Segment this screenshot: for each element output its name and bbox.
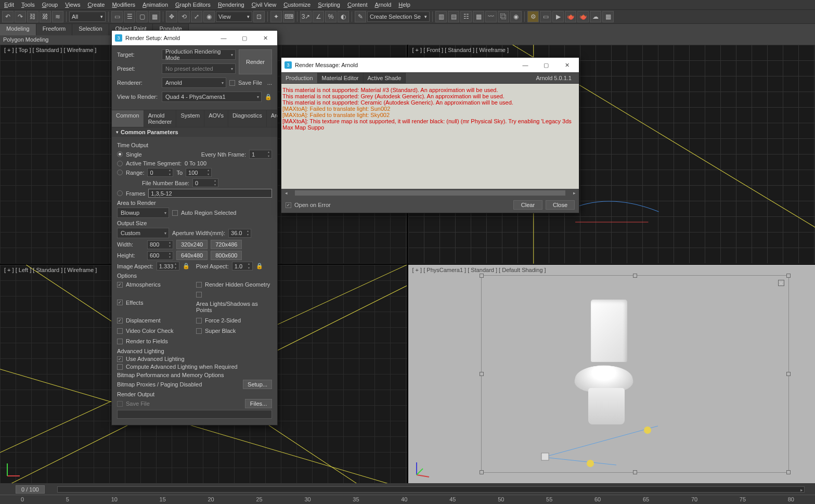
schematic-view-icon[interactable]: ⿻: [498, 11, 509, 22]
out-preset-combo[interactable]: Custom▾: [117, 228, 169, 238]
viewport-label[interactable]: [ + ] [ Left ] [ Standard ] [ Wireframe …: [4, 267, 97, 273]
rhg-check[interactable]: [196, 282, 202, 288]
preset-640x480-button[interactable]: 640x480: [176, 251, 208, 260]
frames-input[interactable]: 1,3,5-12: [148, 189, 272, 198]
maximize-icon[interactable]: ▢: [236, 33, 253, 43]
common-params-header[interactable]: Common Parameters: [112, 127, 277, 137]
render-setup-icon[interactable]: ⚙: [527, 11, 539, 22]
scroll-right-icon[interactable]: ▸: [571, 190, 578, 196]
rs-tab-diagnostics[interactable]: Diagnostics: [228, 110, 267, 127]
setup-button[interactable]: Setup...: [243, 380, 272, 389]
scroll-left-icon[interactable]: ◂: [282, 190, 290, 196]
width-input[interactable]: 800▴▾: [147, 240, 173, 249]
ual-check[interactable]: [117, 356, 123, 362]
teapot2-icon[interactable]: 🫖: [577, 11, 589, 22]
render-prod-icon[interactable]: ▶: [552, 11, 564, 22]
close-icon[interactable]: ✕: [558, 60, 576, 70]
rs-tab-archive[interactable]: Archive: [267, 110, 277, 127]
menu-rendering[interactable]: Rendering: [218, 2, 244, 8]
files-button[interactable]: Files...: [245, 399, 272, 408]
mirror-icon[interactable]: ▥: [435, 11, 447, 22]
target-combo[interactable]: Production Rendering Mode▾: [162, 49, 236, 60]
save-file-check[interactable]: [229, 80, 235, 86]
menu-customize[interactable]: Customize: [283, 2, 311, 8]
range-to-input[interactable]: 100▴▾: [186, 168, 212, 177]
message-list[interactable]: This material is not supported: Material…: [281, 84, 579, 189]
manip-icon[interactable]: ✦: [270, 11, 282, 22]
bind-icon[interactable]: ≋: [52, 11, 63, 22]
ro-save-check[interactable]: [117, 401, 123, 407]
viewport-label[interactable]: [ + ] [ Front ] [ Standard ] [ Wireframe…: [412, 47, 509, 53]
menu-graph-editors[interactable]: Graph Editors: [175, 2, 211, 8]
spinner-snap-icon[interactable]: ◐: [338, 11, 349, 22]
lock-pixel-icon[interactable]: 🔒: [256, 263, 263, 269]
placement-icon[interactable]: ◉: [203, 11, 215, 22]
file-num-input[interactable]: 0▴▾: [192, 178, 218, 187]
ribbon-tab-selection[interactable]: Selection: [72, 24, 109, 35]
minimize-icon[interactable]: —: [215, 33, 232, 43]
edit-sel-set-icon[interactable]: ✎: [355, 11, 366, 22]
range-from-input[interactable]: 0▴▾: [147, 168, 173, 177]
toggle-ribbon-icon[interactable]: ▦: [473, 11, 484, 22]
menu-animation[interactable]: Animation: [143, 2, 168, 8]
render-button[interactable]: Render: [239, 49, 272, 74]
menu-arnold[interactable]: Arnold: [374, 2, 391, 8]
output-path-input[interactable]: [117, 410, 272, 419]
calwr-check[interactable]: [117, 364, 123, 370]
frame-indicator[interactable]: 0 / 100: [16, 485, 45, 494]
rotate-icon[interactable]: ⟲: [178, 11, 190, 22]
ribbon-tab-modeling[interactable]: Modeling: [0, 24, 36, 35]
window-cross-icon[interactable]: ▦: [149, 11, 160, 22]
menu-edit[interactable]: Edit: [4, 2, 14, 8]
alsp-check[interactable]: [196, 292, 202, 298]
height-input[interactable]: 600▴▾: [147, 251, 173, 260]
rm-tab-material-editor[interactable]: Material Editor: [318, 73, 364, 83]
renderer-combo[interactable]: Arnold▾: [162, 77, 226, 88]
menu-civil-view[interactable]: Civil View: [252, 2, 276, 8]
rtf-check[interactable]: [117, 339, 123, 344]
single-radio[interactable]: [117, 151, 123, 157]
preset-800x600-button[interactable]: 800x600: [211, 251, 242, 260]
ellipsis-button[interactable]: ...: [267, 80, 272, 86]
select-icon[interactable]: ▭: [111, 11, 123, 22]
ref-coord-system[interactable]: View▾: [216, 11, 252, 22]
render-online-icon[interactable]: ☁: [590, 11, 601, 22]
select-name-icon[interactable]: ☰: [124, 11, 135, 22]
preset-combo[interactable]: No preset selected▾: [162, 63, 236, 74]
view-combo[interactable]: Quad 4 - PhysCamera1▾: [162, 92, 262, 102]
rendered-frame-icon[interactable]: ▭: [540, 11, 551, 22]
minimize-icon[interactable]: —: [516, 60, 534, 70]
dialog-titlebar[interactable]: 3 Render Setup: Arnold — ▢ ✕: [112, 31, 277, 45]
auto-region-check[interactable]: [172, 210, 178, 216]
viewport-label[interactable]: [ + ] [ Top ] [ Standard ] [ Wireframe ]: [4, 47, 96, 53]
scale-icon[interactable]: ⤢: [191, 11, 202, 22]
unlink-icon[interactable]: ⛓̸: [40, 11, 51, 22]
atmos-check[interactable]: [117, 282, 123, 288]
scroll-arrow-icon[interactable]: ▸: [800, 487, 803, 493]
named-selection[interactable]: Create Selection Se▾: [367, 11, 430, 22]
viewport-camera[interactable]: [ + ] [ PhysCamera1 ] [ Standard ] [ Def…: [408, 265, 816, 484]
pixel-aspect-input[interactable]: 1.0▴▾: [232, 262, 253, 270]
dialog-titlebar[interactable]: 3 Render Message: Arnold — ▢ ✕: [281, 58, 579, 72]
menu-help[interactable]: Help: [398, 2, 410, 8]
sblk-check[interactable]: [196, 328, 202, 334]
rs-tab-arnold-renderer[interactable]: Arnold Renderer: [144, 110, 177, 127]
frames-radio[interactable]: [117, 190, 123, 196]
snap-3-icon[interactable]: 3↗: [300, 11, 312, 22]
every-nth-input[interactable]: 1▴▾: [249, 150, 272, 159]
rs-tab-common[interactable]: Common: [112, 110, 144, 127]
vcc-check[interactable]: [117, 328, 123, 334]
render-a360-icon[interactable]: ▦: [602, 11, 614, 22]
link-icon[interactable]: ⛓: [27, 11, 38, 22]
timeline[interactable]: 0 / 100 ▸ 051015202530354045505560657075…: [0, 483, 815, 504]
curve-editor-icon[interactable]: 〰: [485, 11, 497, 22]
selection-filter[interactable]: All▾: [69, 11, 106, 22]
material-editor-icon[interactable]: ◉: [510, 11, 522, 22]
lock-icon[interactable]: 🔒: [265, 94, 272, 100]
layer-explorer-icon[interactable]: ☷: [460, 11, 472, 22]
close-icon[interactable]: ✕: [256, 33, 274, 43]
align-icon[interactable]: ▤: [448, 11, 459, 22]
f2s-check[interactable]: [196, 318, 202, 324]
pivot-icon[interactable]: ⊡: [253, 11, 265, 22]
area-combo[interactable]: Blowup▾: [117, 208, 169, 218]
